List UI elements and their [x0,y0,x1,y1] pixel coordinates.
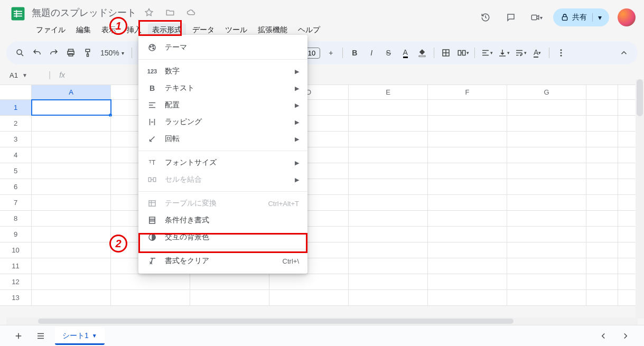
text-rotation-icon[interactable]: A▾ [530,45,545,60]
row-header[interactable]: 3 [0,132,32,147]
search-menus-icon[interactable] [13,45,27,60]
cell[interactable] [190,290,269,305]
cell[interactable] [586,274,618,289]
row-header[interactable]: 7 [0,195,32,210]
cell[interactable] [586,227,618,242]
row-header[interactable]: 9 [0,227,32,242]
menu-font-size[interactable]: TT フォントサイズ ▶ [138,154,307,171]
cell[interactable] [349,100,428,115]
cell[interactable] [586,211,618,226]
cell[interactable] [349,242,428,258]
cell[interactable] [507,211,586,226]
cell[interactable] [349,195,428,210]
cell[interactable] [428,132,507,147]
cell[interactable] [586,258,618,274]
sheet-tab[interactable]: シート1 ▼ [55,327,105,345]
menu-theme[interactable]: テーマ [138,39,307,56]
row-header[interactable]: 6 [0,179,32,194]
cell[interactable] [507,132,586,147]
fx-icon[interactable]: fx [59,71,65,79]
cell[interactable] [507,163,586,179]
doc-title[interactable]: 無題のスプレッドシート [32,6,136,19]
cell[interactable] [586,116,618,131]
row-header[interactable]: 11 [0,258,32,274]
cell[interactable] [586,195,618,210]
cell[interactable] [32,290,111,305]
cell[interactable] [32,163,111,179]
cell[interactable] [428,211,507,226]
row-header[interactable]: 10 [0,242,32,258]
horizontal-scrollbar[interactable] [6,317,638,325]
menu-text[interactable]: B テキスト ▶ [138,80,307,97]
toolbar-overflow-icon[interactable] [554,45,568,60]
avatar[interactable] [618,8,636,26]
cell[interactable] [32,274,111,289]
row-header[interactable]: 2 [0,116,32,131]
all-sheets-icon[interactable] [33,328,49,344]
column-header[interactable] [586,85,618,99]
text-color-icon[interactable]: A [398,45,413,60]
menu-alternating-colors[interactable]: 交互の背景色 [138,229,307,246]
menu-rotation[interactable]: 回転 ▶ [138,130,307,147]
cell[interactable] [349,179,428,194]
cell[interactable] [586,242,618,258]
cell[interactable] [349,211,428,226]
italic-icon[interactable]: I [364,45,379,60]
cell[interactable] [586,100,618,115]
vertical-align-icon[interactable]: ▾ [496,45,511,60]
collapse-toolbar-icon[interactable] [617,45,631,60]
cell[interactable] [349,147,428,163]
cell[interactable] [507,147,586,163]
column-header[interactable]: E [349,85,428,99]
cell[interactable] [349,132,428,147]
redo-icon[interactable] [46,45,61,60]
scroll-sheets-left-icon[interactable] [595,328,611,344]
cell[interactable] [32,147,111,163]
cell[interactable] [428,290,507,305]
print-icon[interactable] [63,45,78,60]
vertical-scrollbar[interactable] [636,79,644,319]
cell[interactable] [507,274,586,289]
cell[interactable] [32,116,111,131]
cell[interactable] [32,100,111,115]
cell[interactable] [507,100,586,115]
cell[interactable] [111,290,190,305]
cell[interactable] [32,242,111,258]
zoom-select[interactable]: 150% ▾ [97,45,127,60]
merge-cells-icon[interactable]: ▾ [455,45,470,60]
share-caret-icon[interactable]: ▾ [592,13,602,22]
name-box[interactable]: A1 ▼ [6,71,49,79]
row-header[interactable]: 12 [0,274,32,289]
cell[interactable] [586,179,618,194]
menu-view[interactable]: 表示 [97,23,120,37]
cell[interactable] [32,211,111,226]
cell[interactable] [349,116,428,131]
cell[interactable] [428,179,507,194]
add-sheet-icon[interactable] [11,328,26,344]
cell[interactable] [586,290,618,305]
paint-format-icon[interactable] [80,45,95,60]
cell[interactable] [507,290,586,305]
cell[interactable] [428,100,507,115]
menu-conditional-formatting[interactable]: 条件付き書式 [138,212,307,229]
cell[interactable] [428,242,507,258]
cell[interactable] [428,163,507,179]
row-header[interactable]: 8 [0,211,32,226]
cell[interactable] [586,132,618,147]
sheets-logo[interactable] [8,4,27,23]
select-all-corner[interactable] [0,85,32,99]
menu-alignment[interactable]: 配置 ▶ [138,97,307,114]
cell[interactable] [507,116,586,131]
share-button[interactable]: 共有 ▾ [553,8,609,26]
horizontal-align-icon[interactable]: ▾ [479,45,494,60]
cell[interactable] [269,290,349,305]
cell[interactable] [428,227,507,242]
row-header[interactable]: 1 [0,100,32,115]
undo-icon[interactable] [30,45,44,60]
cell[interactable] [349,274,428,289]
cell[interactable] [507,242,586,258]
column-header[interactable]: G [507,85,586,99]
sheet-tab-caret-icon[interactable]: ▼ [92,333,97,339]
row-header[interactable]: 5 [0,163,32,179]
move-folder-icon[interactable] [162,4,179,21]
